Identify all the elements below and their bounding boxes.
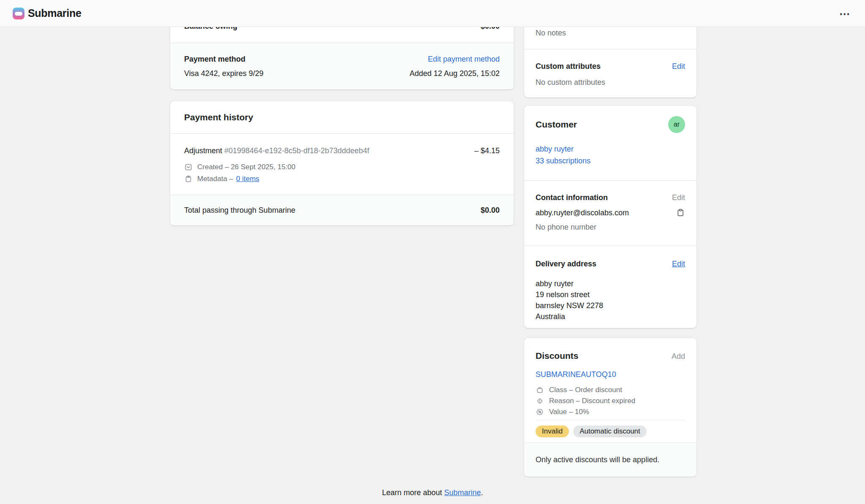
no-phone-text: No phone number <box>536 223 596 231</box>
address-line: abby ruyter <box>536 278 685 289</box>
created-text: Created – 26 Sept 2025, 15:00 <box>197 163 296 172</box>
created-row: Created – 26 Sept 2025, 15:00 <box>184 163 500 172</box>
custom-attributes-section: Custom attributes Edit No custom attribu… <box>524 49 696 98</box>
total-value: $0.00 <box>481 205 500 215</box>
clipboard-icon <box>184 175 193 183</box>
customer-email: abby.ruyter@discolabs.com <box>536 208 629 218</box>
discount-class-row: Class – Order discount <box>536 385 685 396</box>
contact-information-title: Contact information <box>536 192 608 203</box>
page-footer: Learn more about Submarine. <box>0 488 865 497</box>
address-line: 19 nelson street <box>536 289 685 300</box>
footer-submarine-link[interactable]: Submarine <box>444 488 481 497</box>
main-column: Balance owing $0.00 Payment method Edit … <box>170 0 514 225</box>
discount-value-row: Value – 10% <box>536 406 685 417</box>
inbox-icon <box>184 163 193 171</box>
metadata-items-link[interactable]: 0 items <box>236 174 259 184</box>
alert-diamond-icon <box>536 397 544 405</box>
copy-email-icon[interactable] <box>676 208 685 217</box>
adjustment-id: #01998464-e192-8c5b-df18-2b73dddeeb4f <box>224 146 369 155</box>
app-title: Submarine <box>28 7 82 19</box>
delivery-address-block: abby ruyter 19 nelson street barnsley NS… <box>536 278 685 322</box>
discounts-section: Discounts Add SUBMARINEAUTOQ10 Class – O… <box>524 338 696 442</box>
discount-reason-row: Reason – Discount expired <box>536 396 685 406</box>
no-notes-text: No notes <box>536 29 566 37</box>
payment-method-added: Added 12 Aug 2025, 15:02 <box>410 68 500 79</box>
customer-title: Customer <box>536 119 685 130</box>
customer-card: Customer ar abby ruyter 33 subscriptions… <box>524 106 696 328</box>
footer-text-suffix: . <box>481 488 483 497</box>
discount-reason-text: Reason – Discount expired <box>549 396 635 406</box>
payment-history-total-row: Total passing through Submarine $0.00 <box>170 195 514 225</box>
delivery-address-title: Delivery address <box>536 259 596 269</box>
discounts-title: Discounts <box>536 351 579 361</box>
edit-contact-link[interactable]: Edit <box>672 193 685 202</box>
total-label: Total passing through Submarine <box>184 205 295 215</box>
divider <box>536 420 685 420</box>
edit-payment-method-link[interactable]: Edit payment method <box>428 54 500 64</box>
discount-badges: Invalid Automatic discount <box>536 425 685 437</box>
payment-history-entry: Adjustment #01998464-e192-8c5b-df18-2b73… <box>170 134 514 195</box>
custom-attributes-title: Custom attributes <box>536 61 601 71</box>
avatar[interactable]: ar <box>668 116 685 133</box>
contact-information-section: Contact information Edit abby.ruyter@dis… <box>524 181 696 246</box>
delivery-address-section: Delivery address Edit abby ruyter 19 nel… <box>524 246 696 328</box>
payment-method-value: Visa 4242, expires 9/29 <box>184 68 264 79</box>
status-badge-automatic: Automatic discount <box>573 425 647 437</box>
discount-details: Class – Order discount Reason – Discount… <box>536 385 685 417</box>
discount-class-text: Class – Order discount <box>549 385 622 396</box>
app-page: Balance owing $0.00 Payment method Edit … <box>0 0 865 504</box>
sidebar-column: No notes Custom attributes Edit No custo… <box>524 0 696 477</box>
discounts-footer-text: Only active discounts will be applied. <box>536 455 659 464</box>
edit-delivery-address-link[interactable]: Edit <box>672 259 685 269</box>
edit-custom-attributes-link[interactable]: Edit <box>672 61 685 71</box>
status-badge-invalid: Invalid <box>536 425 569 437</box>
order-box-icon <box>536 386 544 394</box>
customer-name-link[interactable]: abby ruyter <box>536 145 574 153</box>
discount-value-text: Value – 10% <box>549 406 589 417</box>
no-custom-attributes-text: No custom attributes <box>536 78 605 87</box>
customer-section: Customer ar abby ruyter 33 subscriptions <box>524 106 696 180</box>
payment-method-section: Payment method Edit payment method Visa … <box>170 43 514 89</box>
add-discount-link[interactable]: Add <box>672 352 685 361</box>
address-line: Australia <box>536 311 685 322</box>
address-line: barnsley NSW 2278 <box>536 300 685 311</box>
app-header: Submarine ⋯ <box>0 0 865 27</box>
payment-history-card: Payment history Adjustment #01998464-e19… <box>170 101 514 225</box>
discounts-card: Discounts Add SUBMARINEAUTOQ10 Class – O… <box>524 338 696 477</box>
payment-method-title: Payment method <box>184 54 245 64</box>
adjustment-amount: – $4.15 <box>474 146 500 156</box>
discount-badge-icon <box>536 408 544 416</box>
customer-subscriptions-link[interactable]: 33 subscriptions <box>536 157 590 165</box>
discount-code-link[interactable]: SUBMARINEAUTOQ10 <box>536 370 616 379</box>
adjustment-label: Adjustment <box>184 146 224 155</box>
payment-history-title: Payment history <box>184 112 500 122</box>
metadata-row: Metadata – 0 items <box>184 174 500 184</box>
discounts-footer: Only active discounts will be applied. <box>524 443 696 477</box>
footer-text-prefix: Learn more about <box>382 488 444 497</box>
submarine-logo-icon <box>13 8 24 19</box>
overflow-menu-button[interactable]: ⋯ <box>837 8 852 19</box>
metadata-label: Metadata – <box>197 174 233 184</box>
